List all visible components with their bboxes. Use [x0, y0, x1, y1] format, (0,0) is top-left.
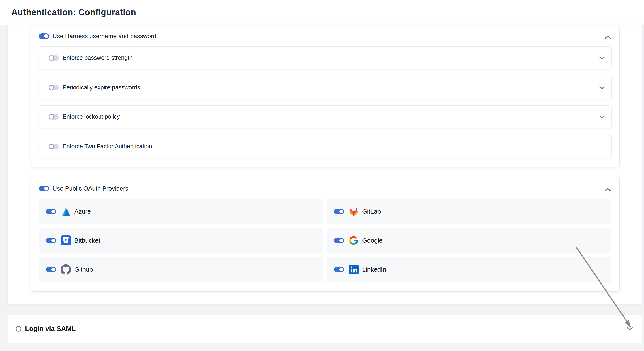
provider-tile-google: Google: [327, 228, 611, 253]
toggle-knob: [44, 186, 49, 191]
saml-section-bar[interactable]: Login via SAML: [8, 314, 642, 343]
oauth-header: Use Public OAuth Providers: [39, 176, 128, 201]
username-password-header: Use Harness username and password: [39, 27, 156, 45]
provider-label: LinkedIn: [362, 266, 386, 273]
oauth-label: Use Public OAuth Providers: [52, 185, 128, 192]
chevron-down-icon[interactable]: [599, 76, 605, 99]
provider-label: GitLab: [362, 208, 381, 215]
google-toggle[interactable]: [334, 238, 344, 243]
provider-label: Bitbucket: [74, 237, 100, 244]
lockout-policy-row[interactable]: Enforce lockout policy: [39, 105, 612, 128]
saml-label: Login via SAML: [25, 314, 76, 343]
page-header: Authentication: Configuration: [0, 0, 644, 25]
toggle-knob: [49, 144, 54, 149]
azure-toggle[interactable]: [46, 209, 56, 214]
username-password-toggle[interactable]: [39, 33, 49, 39]
gitlab-toggle[interactable]: [334, 209, 344, 214]
github-logo-icon: [60, 264, 71, 275]
setting-row-label: Enforce password strength: [62, 54, 132, 61]
toggle-knob: [44, 34, 49, 39]
provider-label: Azure: [74, 208, 91, 215]
provider-tile-linkedin: LinkedIn: [327, 256, 611, 282]
bitbucket-logo-icon: [60, 235, 71, 246]
github-toggle[interactable]: [46, 267, 56, 272]
authentication-configuration-page: Authentication: Configuration Use Harnes…: [0, 0, 644, 351]
provider-tile-gitlab: GitLab: [327, 198, 611, 224]
provider-label: Google: [362, 237, 383, 244]
toggle-knob: [49, 56, 54, 60]
setting-row-label: Enforce Two Factor Authentication: [62, 143, 152, 150]
toggle-knob: [339, 209, 344, 214]
setting-row-label: Enforce lockout policy: [62, 113, 120, 120]
setting-row-label: Periodically expire passwords: [62, 84, 140, 91]
toggle-knob: [339, 238, 344, 243]
toggle-knob: [51, 238, 56, 243]
saml-radio[interactable]: [16, 326, 21, 332]
provider-tile-github: Github: [39, 256, 323, 282]
azure-logo-icon: [60, 206, 71, 217]
toggle-knob: [49, 114, 54, 120]
toggle-knob: [49, 85, 54, 90]
chevron-down-icon[interactable]: [627, 314, 633, 343]
two-factor-row[interactable]: Enforce Two Factor Authentication: [39, 135, 612, 158]
enforce-password-strength-row[interactable]: Enforce password strength: [39, 46, 612, 69]
username-password-label: Use Harness username and password: [52, 33, 156, 40]
expire-passwords-row[interactable]: Periodically expire passwords: [39, 76, 612, 99]
chevron-up-icon[interactable]: [602, 185, 614, 194]
provider-tile-bitbucket: Bitbucket: [39, 228, 323, 253]
toggle-knob: [51, 209, 56, 214]
bitbucket-toggle[interactable]: [46, 238, 56, 243]
username-password-section: Use Harness username and password Enforc…: [30, 27, 620, 167]
linkedin-logo-icon: [348, 264, 359, 275]
toggle-knob: [339, 267, 344, 272]
enforce-password-strength-toggle[interactable]: [48, 55, 58, 61]
gitlab-logo-icon: [348, 206, 359, 217]
linkedin-toggle[interactable]: [334, 267, 344, 272]
oauth-providers-section: Use Public OAuth Providers Azure: [30, 176, 620, 292]
page-title: Authentication: Configuration: [11, 0, 136, 25]
lockout-policy-toggle[interactable]: [48, 114, 58, 120]
chevron-up-icon[interactable]: [602, 33, 614, 42]
chevron-down-icon[interactable]: [599, 106, 605, 128]
provider-label: Github: [74, 266, 93, 273]
provider-tile-azure: Azure: [39, 198, 323, 224]
chevron-down-icon[interactable]: [599, 47, 605, 69]
toggle-knob: [51, 267, 56, 272]
expire-passwords-toggle[interactable]: [48, 85, 58, 90]
oauth-toggle[interactable]: [39, 186, 49, 192]
two-factor-toggle[interactable]: [48, 144, 58, 149]
google-logo-icon: [348, 235, 359, 246]
